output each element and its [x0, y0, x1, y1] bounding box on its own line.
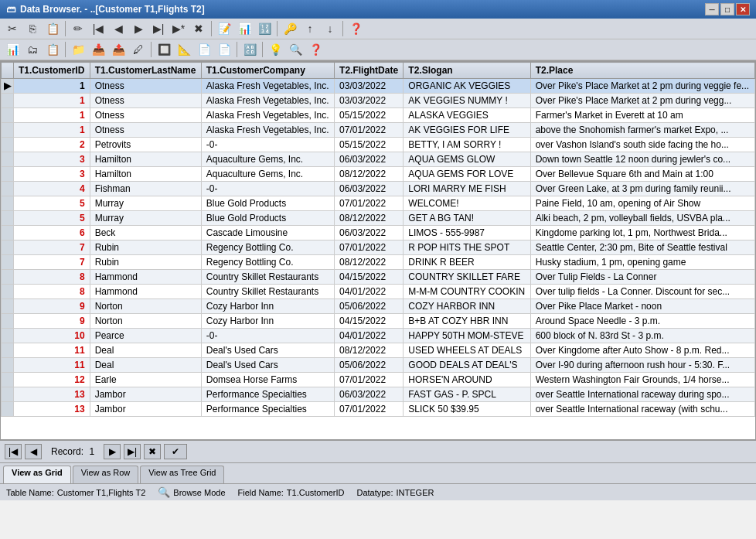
col-customerid[interactable]: T1.CustomerID: [14, 63, 90, 79]
table-row[interactable]: 5MurrayBlue Gold Products07/01/2022WELCO…: [2, 196, 755, 211]
nav-last[interactable]: ▶|: [149, 20, 168, 37]
tb2-btn12[interactable]: 🔠: [240, 41, 259, 58]
cell-date: 03/03/2022: [335, 79, 404, 94]
table-row[interactable]: 9NortonCozy Harbor Inn05/06/2022COZY HAR…: [2, 299, 755, 314]
table-row[interactable]: 9NortonCozy Harbor Inn04/15/2022B+B AT C…: [2, 314, 755, 329]
tb2-btn4[interactable]: 📁: [69, 41, 87, 58]
tb2-btn3[interactable]: 📋: [43, 41, 62, 58]
table-row[interactable]: 12EarleDomsea Horse Farms07/01/2022HORSE…: [2, 373, 755, 387]
cell-place: Over Bellevue Square 6th and Main at 1:0…: [530, 167, 754, 182]
nav-next[interactable]: ▶: [129, 20, 148, 37]
table-row[interactable]: 4Fishman-0-06/03/2022LORI MARRY ME FISHO…: [2, 182, 755, 196]
copy-button[interactable]: ⎘: [23, 20, 42, 37]
tb2-btn6[interactable]: 📤: [109, 41, 128, 58]
minimize-button[interactable]: ─: [705, 3, 719, 15]
table-row[interactable]: 8HammondCountry Skillet Restaurants04/15…: [2, 270, 755, 285]
nav-new[interactable]: ▶*: [169, 20, 188, 37]
col-company[interactable]: T1.CustomerCompany: [201, 63, 334, 79]
table-row[interactable]: 10Pearce-0-04/01/2022HAPPY 50TH MOM-STEV…: [2, 329, 755, 343]
tb2-btn10[interactable]: 📄: [195, 41, 213, 58]
cell-slogan: ORGANIC AK VEGGIES: [404, 79, 530, 94]
tb2-btn8[interactable]: 🔲: [155, 41, 173, 58]
table-row[interactable]: 11DealDeal's Used Cars05/06/2022GOOD DEA…: [2, 358, 755, 373]
cell-slogan: HAPPY 50TH MOM-STEVE: [404, 329, 530, 343]
table-row[interactable]: 6BeckCascade Limousine06/03/2022LIMOS - …: [2, 226, 755, 241]
cell-company: Alaska Fresh Vegetables, Inc.: [201, 108, 334, 123]
separator-6: [151, 42, 152, 57]
cell-date: 06/03/2022: [335, 226, 404, 241]
sort-desc[interactable]: ↓: [321, 20, 339, 37]
paste-button[interactable]: 📋: [43, 20, 62, 37]
tb2-btn14[interactable]: 🔍: [286, 41, 305, 58]
maximize-button[interactable]: □: [720, 3, 734, 15]
row-indicator: [2, 373, 14, 387]
table-row[interactable]: 7RubinRegency Bottling Co.07/01/2022R PO…: [2, 241, 755, 255]
cell-slogan: LIMOS - 555-9987: [404, 226, 530, 241]
table-row[interactable]: 1OtnessAlaska Fresh Vegetables, Inc.07/0…: [2, 123, 755, 138]
cut-button[interactable]: ✂: [3, 20, 22, 37]
col-slogan[interactable]: T2.Slogan: [404, 63, 530, 79]
separator-1: [65, 21, 66, 36]
tab-grid[interactable]: View as Grid: [3, 466, 71, 483]
table-row[interactable]: 3HamiltonAquaculture Gems, Inc.08/12/202…: [2, 167, 755, 182]
nav-prev-button[interactable]: ◀: [25, 444, 42, 459]
table-row[interactable]: 7RubinRegency Bottling Co.08/12/2022DRIN…: [2, 255, 755, 270]
table-row[interactable]: 2Petrovits-0-05/15/2022BETTY, I AM SORRY…: [2, 138, 755, 152]
cell-date: 04/01/2022: [335, 329, 404, 343]
table-row[interactable]: ▶1OtnessAlaska Fresh Vegetables, Inc.03/…: [2, 79, 755, 94]
edit-button[interactable]: ✏: [69, 20, 87, 37]
cell-lastname: Jambor: [90, 387, 201, 402]
nav-check-button[interactable]: ✔: [164, 444, 187, 459]
table-row[interactable]: 8HammondCountry Skillet Restaurants04/01…: [2, 285, 755, 299]
table-row[interactable]: 5MurrayBlue Gold Products08/12/2022GET A…: [2, 211, 755, 226]
nav-prev[interactable]: ◀: [109, 20, 128, 37]
col-lastname[interactable]: T1.CustomerLastName: [90, 63, 201, 79]
cell-place: 600 block of N. 83rd St - 3 p.m.: [530, 329, 754, 343]
col-flightdate[interactable]: T2.FlightDate: [335, 63, 404, 79]
data-grid[interactable]: T1.CustomerID T1.CustomerLastName T1.Cus…: [0, 61, 756, 440]
cell-date: 08/12/2022: [335, 343, 404, 358]
nav-delete-button[interactable]: ✖: [144, 444, 161, 459]
table-row[interactable]: 13JamborPerformance Specialties07/01/202…: [2, 402, 755, 417]
table-row[interactable]: 3HamiltonAquaculture Gems, Inc.06/03/202…: [2, 152, 755, 167]
tb2-btn2[interactable]: 🗂: [23, 41, 42, 58]
cell-slogan: AK VEGGIES FOR LIFE: [404, 123, 530, 138]
tb2-btn7[interactable]: 🖊: [129, 41, 148, 58]
tb2-btn1[interactable]: 📊: [3, 41, 22, 58]
cell-date: 04/15/2022: [335, 314, 404, 329]
tb2-btn5[interactable]: 📥: [89, 41, 107, 58]
tab-row[interactable]: View as Row: [73, 466, 138, 483]
tb2-btn15[interactable]: ❓: [306, 41, 325, 58]
help-button[interactable]: ❓: [346, 20, 365, 37]
nav-next-button[interactable]: ▶: [104, 444, 121, 459]
cell-place: above the Snohomish farmer's market Expo…: [530, 123, 754, 138]
table-row[interactable]: 13JamborPerformance Specialties06/03/202…: [2, 387, 755, 402]
sort-asc[interactable]: ↑: [301, 20, 319, 37]
separator-2: [211, 21, 212, 36]
tb2-btn9[interactable]: 📐: [175, 41, 193, 58]
nav-first-button[interactable]: |◀: [5, 444, 22, 459]
table-row[interactable]: 1OtnessAlaska Fresh Vegetables, Inc.03/0…: [2, 94, 755, 108]
cell-lastname: Murray: [90, 196, 201, 211]
close-button[interactable]: ✕: [736, 3, 750, 15]
col-place[interactable]: T2.Place: [530, 63, 754, 79]
status-mode: 🔍 Browse Mode: [158, 486, 225, 498]
row-indicator: [2, 211, 14, 226]
table-row[interactable]: 11DealDeal's Used Cars08/12/2022USED WHE…: [2, 343, 755, 358]
cell-company: Cascade Limousine: [201, 226, 334, 241]
delete-button[interactable]: ✖: [189, 20, 208, 37]
edit2-button[interactable]: 📝: [215, 20, 233, 37]
chart-button[interactable]: 📊: [235, 20, 254, 37]
tb2-btn11[interactable]: 📄: [215, 41, 233, 58]
nav-last-button[interactable]: ▶|: [124, 444, 141, 459]
cell-company: Deal's Used Cars: [201, 343, 334, 358]
record-label: Record: 1: [45, 446, 100, 457]
filter-button[interactable]: 🔑: [281, 20, 299, 37]
tb2-btn13[interactable]: 💡: [266, 41, 284, 58]
tab-tree[interactable]: View as Tree Grid: [140, 466, 224, 483]
table-button[interactable]: 🔢: [255, 20, 274, 37]
cell-place: over Seattle International raceway durin…: [530, 387, 754, 402]
nav-first[interactable]: |◀: [89, 20, 107, 37]
table-row[interactable]: 1OtnessAlaska Fresh Vegetables, Inc.05/1…: [2, 108, 755, 123]
cell-date: 05/06/2022: [335, 358, 404, 373]
